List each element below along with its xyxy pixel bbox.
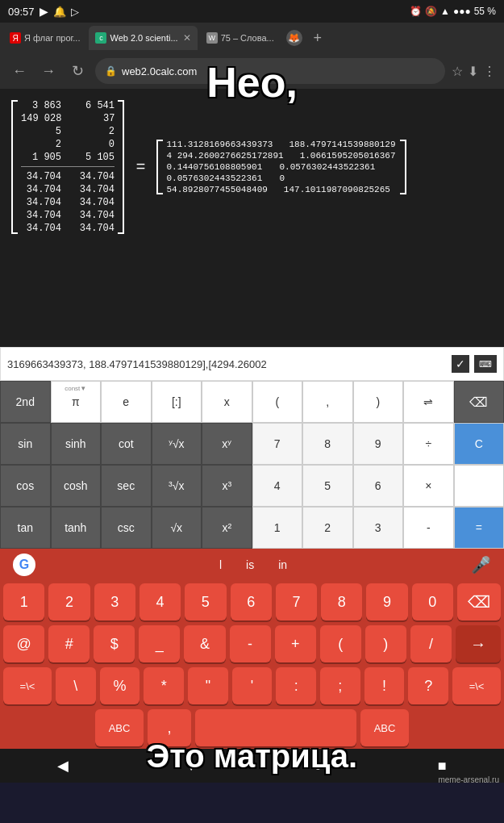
calc-yroot-button[interactable]: ʸ√x [152,423,202,465]
gboard-key-0[interactable]: 0 [412,583,453,620]
gboard-key-quote[interactable]: " [188,667,228,704]
gboard-switch-left-button[interactable]: =\< [3,667,52,704]
gboard-enter-button[interactable]: → [456,625,501,662]
calc-open-paren-button[interactable]: ( [252,381,303,423]
calc-tan-button[interactable]: tan [0,507,51,549]
gboard-key-dollar[interactable]: $ [94,625,135,662]
gboard-backspace-button[interactable]: ⌫ [457,583,501,620]
gboard-key-7[interactable]: 7 [276,583,317,620]
tab-slova[interactable]: W 75 – Слова... [200,26,281,50]
calc-tanh-button[interactable]: tanh [51,507,102,549]
gboard-key-at[interactable]: @ [3,625,44,662]
gboard-key-asterisk[interactable]: * [144,667,184,704]
gboard-key-apostrophe[interactable]: ' [232,667,273,704]
gboard-key-hash[interactable]: # [48,625,90,662]
calc-sec-button[interactable]: sec [101,465,152,507]
calc-2-button[interactable]: 2 [302,507,353,549]
input-display[interactable]: 3169663439373, 188.4797141539880129],[42… [0,347,504,381]
gboard-key-3[interactable]: 3 [94,583,135,620]
nav-back-button[interactable]: ← [8,63,31,80]
calc-backspace-button[interactable]: ⌫ [454,381,505,423]
download-icon[interactable]: ⬇ [468,64,478,79]
suggestion-is[interactable]: is [246,558,254,571]
calc-4-button[interactable]: 4 [252,465,303,507]
gboard-abc-left-button[interactable]: ABC [95,709,144,746]
calc-divide-button[interactable]: ÷ [403,423,454,465]
suggestion-in[interactable]: in [278,558,287,571]
gboard-key-plus[interactable]: + [275,625,316,662]
tab-yandex[interactable]: Я Я флаг прог... [3,26,86,50]
calc-close-paren-button[interactable]: ) [353,381,404,423]
calc-sin-button[interactable]: sin [0,423,51,465]
nav-refresh-button[interactable]: ↻ [66,62,89,80]
url-field[interactable]: 🔒 web2.0calc.com [95,58,445,84]
calc-clear-button[interactable]: C [454,423,505,465]
calc-equals-button[interactable]: = [454,507,505,549]
tab-close-button[interactable]: ✕ [183,32,191,44]
gboard-space-button[interactable] [195,709,356,746]
gboard-key-close-paren[interactable]: ) [365,625,406,662]
gboard-key-8[interactable]: 8 [321,583,362,620]
gboard-key-5[interactable]: 5 [185,583,226,620]
nav-square-button[interactable]: ■ [438,758,447,775]
calc-multiply-button[interactable]: × [403,465,454,507]
calc-5-button[interactable]: 5 [302,465,353,507]
nav-forward-button[interactable]: → [37,63,60,80]
tab-emoji[interactable]: 🦊 [286,30,302,46]
bookmark-icon[interactable]: ☆ [452,64,463,79]
gboard-key-2[interactable]: 2 [48,583,90,620]
mic-button[interactable]: 🎤 [471,555,491,574]
calc-e-button[interactable]: e [101,381,152,423]
calc-9-button[interactable]: 9 [353,423,404,465]
calc-x2-button[interactable]: x² [202,507,252,549]
calc-csc-button[interactable]: csc [101,507,152,549]
gboard-key-question[interactable]: ? [408,667,448,704]
calc-swap-button[interactable]: ⇌ [403,381,454,423]
gboard-key-exclaim[interactable]: ! [364,667,405,704]
calc-bracket-colon-button[interactable]: [:] [152,381,202,423]
nav-back-hardware-button[interactable]: ◀ [57,757,69,775]
gboard-comma-button[interactable]: , [148,709,191,746]
nav-circle-button[interactable]: ● [314,758,323,775]
gboard-key-slash[interactable]: / [410,625,452,662]
gboard-key-4[interactable]: 4 [140,583,181,620]
calc-comma-button[interactable]: , [302,381,353,423]
suggestion-l[interactable]: l [219,558,222,571]
gboard-key-semicolon[interactable]: ; [320,667,360,704]
gboard-key-hyphen[interactable]: - [230,625,271,662]
confirm-button[interactable]: ✓ [452,355,469,373]
gboard-key-ampersand[interactable]: & [184,625,225,662]
gboard-key-6[interactable]: 6 [231,583,272,620]
calc-6-button[interactable]: 6 [353,465,404,507]
gboard-key-underscore[interactable]: _ [139,625,180,662]
calc-8-button[interactable]: 8 [302,423,353,465]
gboard-abc-right-button[interactable]: ABC [360,709,409,746]
calc-cot-button[interactable]: cot [101,423,152,465]
gboard-key-9[interactable]: 9 [366,583,407,620]
menu-icon[interactable]: ⋮ [483,64,496,79]
calc-cos-button[interactable]: cos [0,465,51,507]
calc-xy-button[interactable]: xʸ [202,423,252,465]
calc-1-button[interactable]: 1 [252,507,303,549]
gboard-key-backslash[interactable]: \ [56,667,96,704]
keyboard-toggle-button[interactable]: ⌨ [474,355,497,373]
gboard-key-percent[interactable]: % [100,667,140,704]
calc-7-button[interactable]: 7 [252,423,303,465]
calc-cosh-button[interactable]: cosh [51,465,102,507]
gboard-switch-right-button[interactable]: =\< [452,667,501,704]
calc-sinh-button[interactable]: sinh [51,423,102,465]
calc-x3-button[interactable]: x³ [202,465,252,507]
calc-x-button[interactable]: x [202,381,252,423]
calc-3-button[interactable]: 3 [353,507,404,549]
calc-2nd-button[interactable]: 2nd [0,381,51,423]
gboard-key-1[interactable]: 1 [3,583,44,620]
calc-cuberoot-button[interactable]: ³√x [152,465,202,507]
tab-add-button[interactable]: + [306,27,329,49]
calc-pi-button[interactable]: const▼ π [51,381,102,423]
calc-sqrt-button[interactable]: √x [152,507,202,549]
gboard-key-open-paren[interactable]: ( [320,625,361,662]
tab-calc[interactable]: c Web 2.0 scienti... ✕ [89,26,197,50]
nav-home-button[interactable]: ▼ [184,758,198,775]
calc-minus-button[interactable]: - [403,507,454,549]
gboard-key-colon[interactable]: : [276,667,316,704]
